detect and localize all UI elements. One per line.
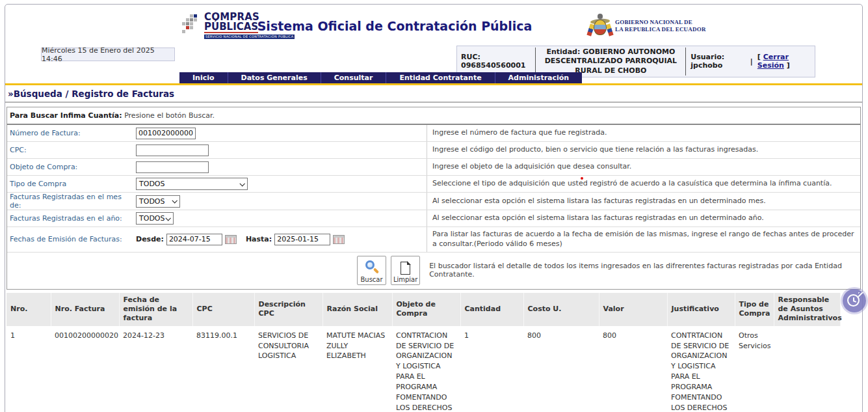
form-row-cpc: CPC: Ingrese el código del producto, bie… — [7, 142, 860, 159]
form-actions: Buscar Limpiar El buscador listará el de… — [7, 253, 860, 289]
datetime-display: Miércoles 15 de Enero del 2025 14:46 — [41, 48, 175, 61]
cell-fecha-emision: 2024-12-23 — [119, 326, 192, 412]
info-bar: Miércoles 15 de Enero del 2025 14:46 RUC… — [5, 45, 862, 72]
col-cantidad: Cantidad — [460, 293, 523, 326]
ruc-value: 0968540560001 — [461, 61, 526, 70]
limpiar-button[interactable]: Limpiar — [391, 256, 420, 285]
col-nro-factura: Nro. Factura — [51, 293, 119, 326]
facturas-mes-label: Facturas Registradas en el mes de: — [7, 193, 135, 210]
cell-razon-social: MATUTE MACIAS ZULLY ELIZABETH — [322, 326, 392, 412]
entity-label: Entidad: — [546, 48, 580, 56]
form-row-objeto-compra: Objeto de Compra: Ingrese el objeto de l… — [7, 159, 860, 176]
tipo-compra-label: Tipo de Compra — [7, 176, 135, 192]
form-row-mes: Facturas Registradas en el mes de: TODOS… — [7, 193, 860, 210]
fechas-emision-label: Fechas de Emisión de Facturas: — [7, 227, 135, 252]
form-row-anio: Facturas Registradas en el año: TODOS Al… — [7, 210, 860, 227]
numero-factura-help: Ingrese el número de factura que fue reg… — [427, 125, 860, 141]
form-intro-rest: Presione el botón Buscar. — [122, 111, 215, 120]
cell-descripcion-cpc: SERVICIOS DE CONSULTORIA LOGISTICA — [254, 326, 322, 412]
form-row-fechas: Fechas de Emisión de Facturas: Desde: Ha… — [7, 227, 860, 253]
bracket-open: [ — [757, 53, 761, 61]
cell-cantidad: 1 — [460, 326, 523, 412]
page-main-title: Sistema Oficial de Contratación Pública — [5, 19, 862, 33]
facturas-anio-help: Al seleccionar esta opción el sistema li… — [427, 210, 860, 227]
objeto-compra-help: Ingrese el objeto de la adquisición que … — [427, 159, 860, 175]
col-cpc: CPC — [192, 293, 254, 326]
cell-valor: 800 — [599, 326, 667, 412]
col-valor: Valor — [599, 293, 667, 326]
gov-text-line2: LA REPUBLICA DEL ECUADOR — [615, 26, 706, 33]
ruc-label: RUC: — [461, 53, 480, 61]
app-window: COMPRAS PÚBLICAS SERVICIO NACIONAL DE CO… — [5, 4, 863, 412]
compras-logo-subtext: SERVICIO NACIONAL DE CONTRATACIÓN PÚBLIC… — [204, 34, 295, 39]
government-logo: GOBIERNO NACIONAL DE LA REPUBLICA DEL EC… — [589, 14, 706, 38]
cell-objeto-compra: CONTRTACION DE SERVICIO DE ORGANIZACION … — [392, 326, 460, 412]
buscador-help-text: El buscador listará el detalle de todos … — [429, 262, 860, 279]
cell-nro-factura: 00100200000020 — [51, 326, 119, 412]
cursor-artifact-dot — [581, 177, 583, 180]
chevron-down-icon — [239, 181, 244, 186]
facturas-anio-label: Facturas Registradas en el año: — [7, 210, 135, 227]
cell-costo-u: 800 — [523, 326, 599, 412]
col-nro: Nro. — [7, 293, 51, 326]
cell-tipo-compra: Otros Servicios — [735, 326, 774, 412]
nav-item-administracion[interactable]: Administración — [495, 72, 583, 83]
fecha-hasta-input[interactable] — [274, 234, 330, 245]
tipo-compra-select[interactable]: TODOS — [136, 178, 248, 190]
results-table: Nro. Nro. Factura Fecha de emisión de la… — [7, 293, 841, 412]
col-justificativo: Justificativo — [667, 293, 735, 326]
calendar-icon[interactable] — [333, 235, 345, 244]
floating-clock-widget[interactable] — [843, 289, 866, 312]
ecuador-coat-of-arms-icon — [589, 14, 611, 38]
cpc-label: CPC: — [7, 142, 135, 158]
col-objeto-compra: Objeto de Compra — [392, 293, 460, 326]
col-fecha-emision: Fecha de emisión de la factura — [119, 293, 192, 326]
search-icon — [365, 260, 379, 275]
chevron-down-icon — [172, 198, 177, 203]
nav-item-entidad-contratante[interactable]: Entidad Contratante — [386, 72, 495, 83]
objeto-compra-input[interactable] — [136, 161, 209, 173]
table-row: 1 00100200000020 2024-12-23 83119.00.1 S… — [7, 326, 840, 412]
breadcrumb-title: »Búsqueda / Registro de Facturas — [5, 85, 862, 103]
blank-page-icon — [401, 262, 410, 275]
numero-factura-input[interactable] — [136, 128, 196, 139]
col-costo-u: Costo U. — [523, 293, 599, 326]
search-form: Para Buscar Infima Cuantía: Presione el … — [7, 107, 861, 290]
col-responsable: Responsable de Asuntos Administrativos — [774, 293, 840, 326]
facturas-mes-select[interactable]: TODOS — [136, 195, 180, 208]
fecha-desde-input[interactable] — [166, 234, 222, 245]
nav-item-inicio[interactable]: Inicio — [179, 72, 228, 83]
cell-cpc: 83119.00.1 — [192, 326, 254, 412]
form-row-numero-factura: Número de Factura: Ingrese el número de … — [7, 125, 860, 142]
nav-menu: Inicio Datos Generales Consultar Entidad… — [179, 72, 582, 83]
pipe-separator: | — [750, 57, 753, 66]
col-descripcion-cpc: Descripción CPC — [254, 293, 322, 326]
table-header-row: Nro. Nro. Factura Fecha de emisión de la… — [7, 293, 840, 326]
col-razon-social: Razón Social — [322, 293, 392, 326]
nav-item-datos-generales[interactable]: Datos Generales — [228, 72, 321, 83]
desde-label: Desde: — [136, 235, 164, 243]
cpc-input[interactable] — [136, 144, 209, 156]
cell-justificativo: CONTRTACION DE SERVICIO DE ORGANIZACION … — [667, 326, 735, 412]
logout-link[interactable]: Cerrar Sesión — [757, 53, 789, 70]
fechas-emision-help: Para listar las facturas de acuerdo a la… — [427, 227, 860, 252]
facturas-anio-select[interactable]: TODOS — [136, 212, 174, 225]
form-row-tipo-compra: Tipo de Compra TODOS Seleccione el tipo … — [7, 176, 860, 193]
divider — [685, 48, 686, 76]
cpc-help: Ingrese el código del producto, bien o s… — [427, 142, 860, 158]
buscar-button[interactable]: Buscar — [357, 256, 386, 285]
bracket-close: ] — [787, 61, 790, 70]
cell-responsable — [774, 326, 840, 412]
user-value: jpchobo — [690, 61, 722, 70]
divider — [535, 48, 536, 76]
nav-item-consultar[interactable]: Consultar — [321, 72, 387, 83]
calendar-icon[interactable] — [225, 235, 237, 244]
numero-factura-label: Número de Factura: — [7, 125, 135, 141]
tipo-compra-help: Seleccione el tipo de adquisición que us… — [427, 176, 860, 192]
wing-marks-icon — [858, 292, 864, 298]
cell-nro: 1 — [7, 326, 51, 412]
user-label: Usuario: — [690, 53, 724, 61]
gov-text-line1: GOBIERNO NACIONAL DE — [615, 19, 706, 26]
objeto-compra-label: Objeto de Compra: — [7, 159, 135, 175]
nav-bar: Inicio Datos Generales Consultar Entidad… — [5, 72, 862, 83]
